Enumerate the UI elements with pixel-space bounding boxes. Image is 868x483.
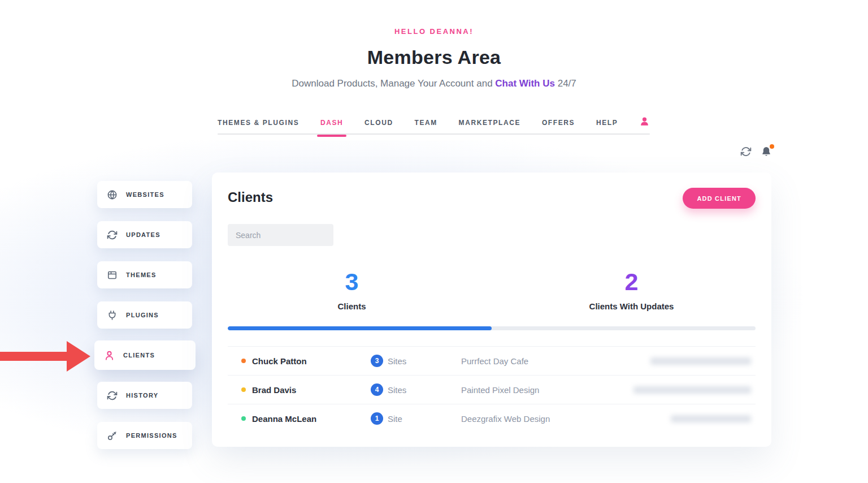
updates-progress-track [228, 326, 756, 330]
clients-panel: Clients ADD CLIENT 3 Clients 2 Clients W… [212, 172, 771, 447]
table-row-chuck-patton[interactable]: Chuck Patton 3 Sites Purrfect Day Cafe [228, 346, 756, 375]
sites-count-badge: 4 [371, 383, 383, 396]
sidebar-item-updates[interactable]: UPDATES [97, 221, 192, 248]
page-title: Members Area [0, 46, 868, 68]
client-name: Chuck Patton [252, 356, 371, 366]
stat-updates-value: 2 [492, 270, 771, 294]
sidebar-item-label: THEMES [126, 271, 157, 278]
page-subtitle: Download Products, Manage Your Account a… [0, 78, 868, 89]
tab-dash[interactable]: DASH [320, 117, 343, 136]
table-row-deanna-mclean[interactable]: Deanna McLean 1 Site Deezgrafix Web Desi… [228, 404, 756, 433]
sites-count-badge: 3 [371, 355, 383, 367]
sidebar: WEBSITES UPDATES THEMES [97, 181, 192, 462]
key-icon [107, 430, 118, 441]
sidebar-item-clients[interactable]: CLIENTS [94, 340, 196, 370]
members-area-page: HELLO DEANNA! Members Area Download Prod… [0, 0, 868, 483]
sidebar-item-history[interactable]: HISTORY [97, 382, 192, 409]
nav-underline-track [218, 133, 650, 135]
tab-cloud[interactable]: CLOUD [364, 117, 393, 136]
person-icon [104, 350, 115, 361]
stat-clients-label: Clients [212, 301, 492, 311]
plug-icon [107, 310, 118, 321]
sync-icon [107, 230, 118, 240]
clients-table: Chuck Patton 3 Sites Purrfect Day Cafe B… [228, 346, 756, 433]
status-dot [241, 359, 246, 363]
sidebar-item-themes[interactable]: THEMES [97, 261, 192, 288]
client-name: Deanna McLean [252, 414, 371, 424]
stat-clients-with-updates: 2 Clients With Updates [492, 270, 771, 311]
callout-arrow-icon [67, 341, 90, 372]
dashboard-toolbar [740, 146, 773, 158]
sidebar-item-label: PLUGINS [126, 312, 159, 318]
callout-arrow-body [0, 352, 67, 361]
stat-clients-value: 3 [212, 270, 492, 294]
redacted-email [633, 386, 751, 394]
redacted-email [671, 415, 751, 422]
sites-cell: 1 Site [371, 412, 461, 425]
tab-help[interactable]: HELP [596, 117, 618, 136]
table-row-brad-davis[interactable]: Brad Davis 4 Sites Painted Pixel Design [228, 375, 756, 404]
sites-label: Sites [388, 385, 406, 395]
sites-cell: 3 Sites [371, 355, 461, 367]
client-stats: 3 Clients 2 Clients With Updates [212, 270, 771, 311]
refresh-icon[interactable] [740, 146, 753, 158]
search-input[interactable] [228, 224, 333, 246]
sites-count-badge: 1 [371, 412, 383, 425]
redacted-email [650, 357, 751, 365]
greeting-text: HELLO DEANNA! [0, 27, 868, 36]
sidebar-item-permissions[interactable]: PERMISSIONS [97, 422, 192, 449]
stat-clients: 3 Clients [212, 270, 492, 311]
sidebar-item-label: CLIENTS [123, 352, 155, 359]
site-name: Deezgrafix Web Design [461, 414, 550, 424]
sites-label: Sites [388, 356, 406, 366]
stat-updates-label: Clients With Updates [492, 301, 771, 311]
sites-cell: 4 Sites [371, 383, 461, 396]
sidebar-item-label: HISTORY [126, 392, 158, 399]
status-dot [241, 387, 246, 392]
globe-icon [107, 189, 118, 200]
tab-marketplace[interactable]: MARKETPLACE [459, 117, 521, 136]
site-name: Painted Pixel Design [461, 385, 539, 395]
tab-offers[interactable]: OFFERS [542, 117, 575, 136]
add-client-button[interactable]: ADD CLIENT [683, 188, 756, 209]
subtitle-prefix: Download Products, Manage Your Account a… [292, 78, 495, 89]
chat-with-us-link[interactable]: Chat With Us [495, 78, 555, 89]
tab-themes-plugins[interactable]: THEMES & PLUGINS [218, 117, 299, 136]
window-icon [107, 270, 118, 281]
client-name: Brad Davis [252, 385, 371, 395]
sidebar-item-label: PERMISSIONS [126, 432, 177, 439]
clients-panel-title: Clients [228, 189, 273, 205]
user-account-icon[interactable] [639, 116, 650, 127]
sidebar-item-label: WEBSITES [126, 191, 164, 198]
sites-label: Site [388, 414, 402, 424]
history-icon [107, 390, 118, 401]
sidebar-item-label: UPDATES [126, 231, 160, 238]
main-nav: THEMES & PLUGINS DASH CLOUD TEAM MARKETP… [218, 117, 650, 136]
updates-progress-fill [228, 326, 492, 330]
site-name: Purrfect Day Cafe [461, 356, 528, 366]
sidebar-item-plugins[interactable]: PLUGINS [97, 301, 192, 329]
tab-team[interactable]: TEAM [414, 117, 437, 136]
sidebar-item-websites[interactable]: WEBSITES [97, 181, 192, 208]
bell-icon[interactable] [761, 146, 773, 158]
subtitle-suffix: 24/7 [555, 78, 576, 89]
status-dot [241, 416, 246, 421]
notification-dot [770, 144, 774, 149]
